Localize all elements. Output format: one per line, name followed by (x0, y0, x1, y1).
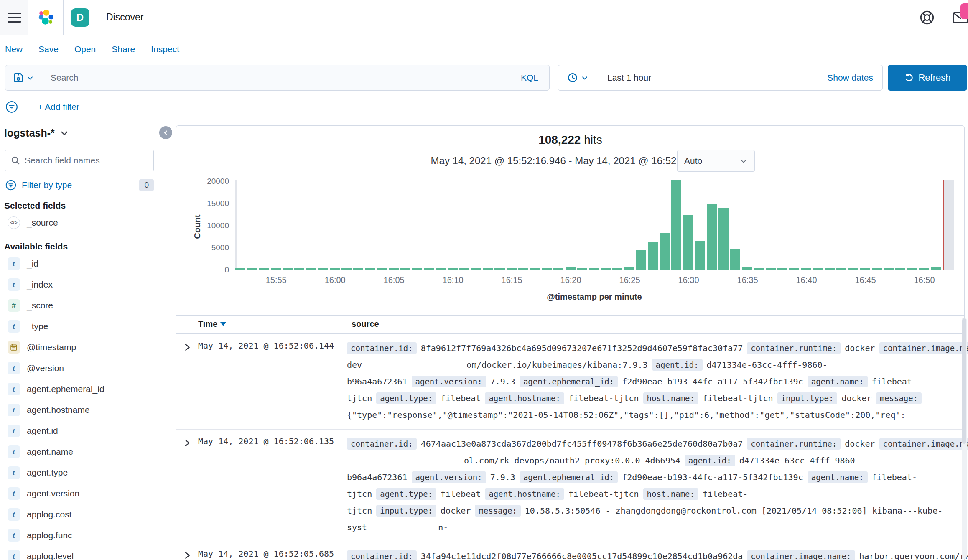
histogram-bar-16:08[interactable] (424, 268, 434, 270)
histogram-bar-16:43[interactable] (836, 268, 846, 270)
filter-by-type-button[interactable]: Filter by type (22, 180, 134, 190)
histogram-bar-16:00[interactable] (330, 268, 340, 270)
menu-open[interactable]: Open (74, 44, 96, 54)
histogram-bar-16:34[interactable] (730, 249, 740, 270)
histogram-bar-16:44[interactable] (848, 268, 858, 270)
field-item-agent-type[interactable]: tagent.type (0, 462, 176, 483)
histogram-bar-16:39[interactable] (789, 268, 799, 270)
field-item--type[interactable]: t_type (0, 316, 176, 337)
histogram-bar-16:32[interactable] (707, 204, 717, 270)
histogram-bar-15:56[interactable] (283, 268, 293, 270)
histogram-bar-15:58[interactable] (306, 268, 316, 270)
field-item--timestamp[interactable]: @timestamp (0, 337, 176, 358)
histogram-bar-16:48[interactable] (895, 268, 905, 270)
filter-icon[interactable] (5, 100, 18, 114)
histogram-bar-16:11[interactable] (459, 268, 469, 270)
histogram-bar-16:35[interactable] (742, 267, 752, 270)
histogram-bar-16:09[interactable] (436, 268, 446, 270)
space-selector[interactable]: D (64, 0, 97, 35)
histogram-bar-16:51[interactable] (931, 267, 941, 270)
histogram-bar-16:20[interactable] (566, 267, 576, 270)
expand-row-button[interactable] (182, 342, 192, 352)
histogram-bar-16:06[interactable] (400, 268, 410, 270)
field-item--index[interactable]: t_index (0, 274, 176, 295)
histogram-bar-15:54[interactable] (259, 268, 269, 270)
histogram-interval-select[interactable]: Auto (677, 150, 755, 172)
histogram-bar-16:37[interactable] (766, 268, 776, 270)
field-item-agent-ephemeral-id[interactable]: tagent.ephemeral_id (0, 379, 176, 400)
field-item-agent-name[interactable]: tagent.name (0, 441, 176, 462)
histogram-bar-16:40[interactable] (801, 268, 811, 270)
show-dates-button[interactable]: Show dates (818, 73, 882, 83)
histogram-bar-15:59[interactable] (318, 268, 328, 270)
histogram-bar-15:52[interactable] (235, 268, 245, 270)
field-search-input[interactable] (25, 155, 148, 165)
histogram-bar-16:05[interactable] (389, 268, 399, 270)
histogram-bar-16:30[interactable] (683, 215, 693, 270)
help-button[interactable] (918, 8, 936, 27)
menu-share[interactable]: Share (112, 44, 135, 54)
time-picker-quick-menu[interactable] (558, 65, 598, 90)
histogram-bar-15:53[interactable] (247, 268, 257, 270)
expand-row-button[interactable] (182, 438, 192, 448)
histogram-bar-15:57[interactable] (294, 268, 304, 270)
histogram-bar-16:19[interactable] (553, 268, 563, 270)
histogram-bar-16:03[interactable] (365, 268, 375, 270)
histogram-bar-16:17[interactable] (530, 268, 540, 270)
table-scrollbar[interactable] (962, 318, 967, 559)
histogram-bar-16:38[interactable] (777, 268, 787, 270)
refresh-button[interactable]: Refresh (888, 65, 967, 91)
time-range-value[interactable]: Last 1 hour (598, 73, 818, 83)
main-menu-button[interactable] (0, 0, 28, 35)
histogram-bar-16:27[interactable] (648, 242, 658, 270)
field-item-agent-version[interactable]: tagent.version (0, 483, 176, 504)
histogram-bar-16:25[interactable] (624, 267, 634, 270)
histogram-bar-16:12[interactable] (471, 268, 481, 270)
histogram-bar-16:01[interactable] (341, 268, 352, 270)
menu-inspect[interactable]: Inspect (151, 44, 179, 54)
histogram-bar-16:28[interactable] (660, 233, 670, 270)
histogram-bar-16:49[interactable] (907, 268, 917, 270)
expand-row-button[interactable] (182, 550, 192, 560)
histogram-bar-16:18[interactable] (542, 268, 552, 270)
field-item--version[interactable]: t@version (0, 358, 176, 379)
histogram-bar-16:42[interactable] (825, 268, 835, 270)
histogram-bar-16:31[interactable] (695, 241, 705, 270)
histogram-bar-16:46[interactable] (872, 268, 882, 270)
saved-query-menu-button[interactable] (5, 65, 41, 90)
histogram-bar-16:15[interactable] (507, 268, 517, 270)
histogram-bar-16:50[interactable] (919, 268, 929, 270)
field-item--score[interactable]: #_score (0, 295, 176, 316)
histogram-bar-16:36[interactable] (754, 268, 764, 270)
menu-new[interactable]: New (5, 44, 23, 54)
histogram-bar-16:23[interactable] (601, 268, 611, 270)
search-input[interactable] (41, 73, 510, 83)
histogram-bar-16:41[interactable] (813, 268, 823, 270)
column-header-time[interactable]: Time (198, 319, 226, 329)
histogram-bar-16:07[interactable] (412, 268, 422, 270)
menu-save[interactable]: Save (38, 44, 59, 54)
histogram-chart[interactable]: Count @timestamp per minute 050001000015… (235, 176, 954, 270)
index-pattern-switcher[interactable]: logstash-* (0, 124, 176, 142)
scrollbar-thumb[interactable] (962, 318, 966, 444)
histogram-bar-16:21[interactable] (577, 268, 587, 270)
query-language-button[interactable]: KQL (510, 73, 549, 83)
histogram-bar-16:29[interactable] (671, 180, 681, 270)
histogram-bar-16:14[interactable] (494, 268, 504, 270)
field-item-applog-func[interactable]: tapplog.func (0, 525, 176, 546)
elastic-logo-zone[interactable] (28, 0, 64, 35)
histogram-bar-16:33[interactable] (718, 208, 729, 270)
histogram-bar-16:47[interactable] (884, 268, 894, 270)
field-item--source[interactable]: </>_source (0, 212, 176, 233)
histogram-bar-16:04[interactable] (377, 268, 387, 270)
field-item--id[interactable]: t_id (0, 253, 176, 274)
histogram-bar-16:26[interactable] (636, 250, 646, 270)
collapse-sidebar-button[interactable] (159, 126, 172, 139)
field-item-agent-id[interactable]: tagent.id (0, 420, 176, 441)
histogram-bar-16:10[interactable] (448, 268, 458, 270)
histogram-bar-16:02[interactable] (353, 268, 363, 270)
histogram-bar-16:22[interactable] (589, 268, 599, 270)
add-filter-button[interactable]: + Add filter (38, 102, 79, 112)
field-item-agent-hostname[interactable]: tagent.hostname (0, 400, 176, 420)
field-item-applog-level[interactable]: tapplog.level (0, 546, 176, 560)
